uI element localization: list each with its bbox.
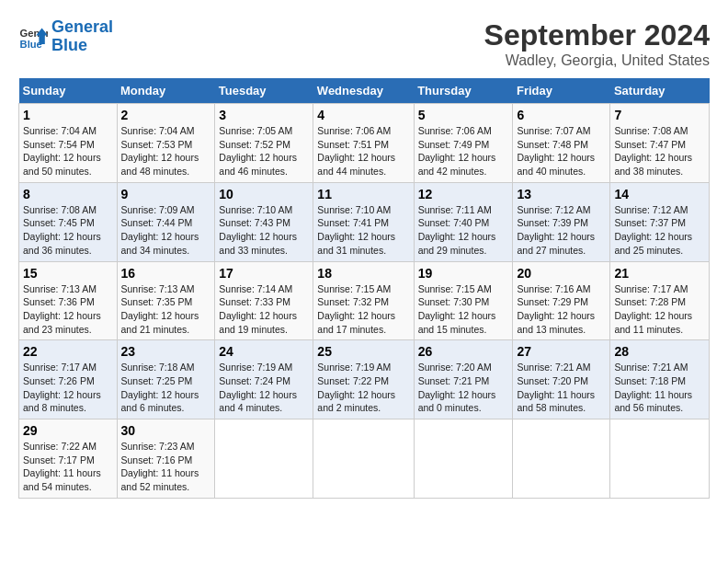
day-number: 4 — [317, 108, 409, 122]
day-number: 28 — [614, 344, 705, 359]
day-info: Sunrise: 7:16 AMSunset: 7:29 PMDaylight:… — [517, 283, 595, 335]
day-info: Sunrise: 7:15 AMSunset: 7:30 PMDaylight:… — [418, 283, 496, 335]
page-header: General Blue GeneralBlue September 2024 … — [18, 18, 710, 69]
day-number: 12 — [418, 187, 509, 201]
calendar-week-row: 15Sunrise: 7:13 AMSunset: 7:36 PMDayligh… — [19, 261, 710, 340]
calendar-week-row: 22Sunrise: 7:17 AMSunset: 7:26 PMDayligh… — [19, 340, 710, 419]
day-number: 19 — [418, 266, 509, 281]
calendar-day-cell: 29Sunrise: 7:22 AMSunset: 7:17 PMDayligh… — [19, 419, 118, 499]
day-info: Sunrise: 7:06 AMSunset: 7:51 PMDaylight:… — [317, 125, 395, 177]
day-info: Sunrise: 7:13 AMSunset: 7:36 PMDaylight:… — [23, 283, 101, 335]
day-number: 30 — [121, 423, 211, 438]
calendar-title: September 2024 — [484, 18, 710, 52]
day-number: 26 — [418, 344, 509, 359]
calendar-day-cell: 1Sunrise: 7:04 AMSunset: 7:54 PMDaylight… — [19, 104, 118, 183]
calendar-day-cell: 13Sunrise: 7:12 AMSunset: 7:39 PMDayligh… — [513, 182, 610, 261]
day-number: 18 — [317, 266, 409, 281]
day-number: 27 — [517, 344, 606, 359]
day-info: Sunrise: 7:17 AMSunset: 7:28 PMDaylight:… — [614, 283, 692, 335]
day-info: Sunrise: 7:13 AMSunset: 7:35 PMDaylight:… — [121, 283, 199, 335]
day-number: 23 — [121, 344, 211, 359]
day-number: 17 — [219, 266, 309, 281]
calendar-week-row: 29Sunrise: 7:22 AMSunset: 7:17 PMDayligh… — [19, 419, 710, 499]
day-number: 6 — [517, 108, 606, 122]
svg-text:Blue: Blue — [20, 39, 42, 50]
calendar-day-cell: 9Sunrise: 7:09 AMSunset: 7:44 PMDaylight… — [117, 182, 215, 261]
calendar-day-cell: 27Sunrise: 7:21 AMSunset: 7:20 PMDayligh… — [513, 340, 610, 419]
logo-text: GeneralBlue — [51, 18, 113, 55]
empty-cell — [313, 419, 414, 499]
day-info: Sunrise: 7:22 AMSunset: 7:17 PMDaylight:… — [23, 441, 101, 492]
calendar-day-cell: 25Sunrise: 7:19 AMSunset: 7:22 PMDayligh… — [313, 340, 414, 419]
logo: General Blue GeneralBlue — [18, 18, 113, 55]
day-number: 29 — [23, 423, 113, 438]
day-number: 21 — [614, 266, 705, 281]
calendar-day-cell: 21Sunrise: 7:17 AMSunset: 7:28 PMDayligh… — [610, 261, 710, 340]
calendar-day-cell: 22Sunrise: 7:17 AMSunset: 7:26 PMDayligh… — [19, 340, 118, 419]
day-info: Sunrise: 7:11 AMSunset: 7:40 PMDaylight:… — [418, 204, 496, 256]
calendar-week-row: 1Sunrise: 7:04 AMSunset: 7:54 PMDaylight… — [19, 104, 710, 183]
calendar-day-cell: 24Sunrise: 7:19 AMSunset: 7:24 PMDayligh… — [215, 340, 313, 419]
day-number: 11 — [317, 187, 409, 201]
calendar-day-cell: 12Sunrise: 7:11 AMSunset: 7:40 PMDayligh… — [414, 182, 513, 261]
calendar-day-cell: 10Sunrise: 7:10 AMSunset: 7:43 PMDayligh… — [215, 182, 313, 261]
empty-cell — [513, 419, 610, 499]
calendar-day-cell: 30Sunrise: 7:23 AMSunset: 7:16 PMDayligh… — [117, 419, 215, 499]
day-info: Sunrise: 7:05 AMSunset: 7:52 PMDaylight:… — [219, 125, 297, 177]
col-sunday: Sunday — [19, 78, 118, 104]
calendar-day-cell: 4Sunrise: 7:06 AMSunset: 7:51 PMDaylight… — [313, 104, 414, 183]
empty-cell — [610, 419, 710, 499]
day-info: Sunrise: 7:21 AMSunset: 7:20 PMDaylight:… — [517, 362, 595, 413]
day-info: Sunrise: 7:17 AMSunset: 7:26 PMDaylight:… — [23, 362, 101, 413]
day-number: 8 — [23, 187, 113, 201]
day-number: 22 — [23, 344, 113, 359]
day-info: Sunrise: 7:06 AMSunset: 7:49 PMDaylight:… — [418, 125, 496, 177]
calendar-day-cell: 3Sunrise: 7:05 AMSunset: 7:52 PMDaylight… — [215, 104, 313, 183]
calendar-header-row: Sunday Monday Tuesday Wednesday Thursday… — [19, 78, 710, 104]
day-number: 16 — [121, 266, 211, 281]
day-number: 5 — [418, 108, 509, 122]
day-number: 10 — [219, 187, 309, 201]
day-info: Sunrise: 7:23 AMSunset: 7:16 PMDaylight:… — [121, 441, 199, 492]
calendar-day-cell: 8Sunrise: 7:08 AMSunset: 7:45 PMDaylight… — [19, 182, 118, 261]
day-info: Sunrise: 7:10 AMSunset: 7:43 PMDaylight:… — [219, 204, 297, 256]
day-number: 24 — [219, 344, 309, 359]
day-number: 3 — [219, 108, 309, 122]
day-info: Sunrise: 7:08 AMSunset: 7:45 PMDaylight:… — [23, 204, 101, 256]
day-number: 25 — [317, 344, 409, 359]
day-number: 20 — [517, 266, 606, 281]
calendar-day-cell: 28Sunrise: 7:21 AMSunset: 7:18 PMDayligh… — [610, 340, 710, 419]
day-info: Sunrise: 7:20 AMSunset: 7:21 PMDaylight:… — [418, 362, 496, 413]
day-info: Sunrise: 7:15 AMSunset: 7:32 PMDaylight:… — [317, 283, 395, 335]
col-friday: Friday — [513, 78, 610, 104]
day-info: Sunrise: 7:18 AMSunset: 7:25 PMDaylight:… — [121, 362, 199, 413]
calendar-day-cell: 23Sunrise: 7:18 AMSunset: 7:25 PMDayligh… — [117, 340, 215, 419]
col-tuesday: Tuesday — [215, 78, 313, 104]
day-info: Sunrise: 7:19 AMSunset: 7:24 PMDaylight:… — [219, 362, 297, 413]
col-wednesday: Wednesday — [313, 78, 414, 104]
title-area: September 2024 Wadley, Georgia, United S… — [484, 18, 710, 69]
calendar-day-cell: 7Sunrise: 7:08 AMSunset: 7:47 PMDaylight… — [610, 104, 710, 183]
day-info: Sunrise: 7:09 AMSunset: 7:44 PMDaylight:… — [121, 204, 199, 256]
day-number: 7 — [614, 108, 705, 122]
calendar-day-cell: 6Sunrise: 7:07 AMSunset: 7:48 PMDaylight… — [513, 104, 610, 183]
day-info: Sunrise: 7:04 AMSunset: 7:54 PMDaylight:… — [23, 125, 101, 177]
day-number: 15 — [23, 266, 113, 281]
day-info: Sunrise: 7:07 AMSunset: 7:48 PMDaylight:… — [517, 125, 595, 177]
day-info: Sunrise: 7:19 AMSunset: 7:22 PMDaylight:… — [317, 362, 395, 413]
calendar-day-cell: 14Sunrise: 7:12 AMSunset: 7:37 PMDayligh… — [610, 182, 710, 261]
day-number: 13 — [517, 187, 606, 201]
empty-cell — [414, 419, 513, 499]
calendar-day-cell: 19Sunrise: 7:15 AMSunset: 7:30 PMDayligh… — [414, 261, 513, 340]
day-info: Sunrise: 7:04 AMSunset: 7:53 PMDaylight:… — [121, 125, 199, 177]
calendar-day-cell: 11Sunrise: 7:10 AMSunset: 7:41 PMDayligh… — [313, 182, 414, 261]
calendar-day-cell: 16Sunrise: 7:13 AMSunset: 7:35 PMDayligh… — [117, 261, 215, 340]
calendar-day-cell: 17Sunrise: 7:14 AMSunset: 7:33 PMDayligh… — [215, 261, 313, 340]
calendar-day-cell: 5Sunrise: 7:06 AMSunset: 7:49 PMDaylight… — [414, 104, 513, 183]
logo-icon: General Blue — [18, 22, 48, 52]
day-info: Sunrise: 7:08 AMSunset: 7:47 PMDaylight:… — [614, 125, 692, 177]
day-info: Sunrise: 7:21 AMSunset: 7:18 PMDaylight:… — [614, 362, 692, 413]
calendar-day-cell: 20Sunrise: 7:16 AMSunset: 7:29 PMDayligh… — [513, 261, 610, 340]
day-info: Sunrise: 7:14 AMSunset: 7:33 PMDaylight:… — [219, 283, 297, 335]
day-info: Sunrise: 7:12 AMSunset: 7:39 PMDaylight:… — [517, 204, 595, 256]
